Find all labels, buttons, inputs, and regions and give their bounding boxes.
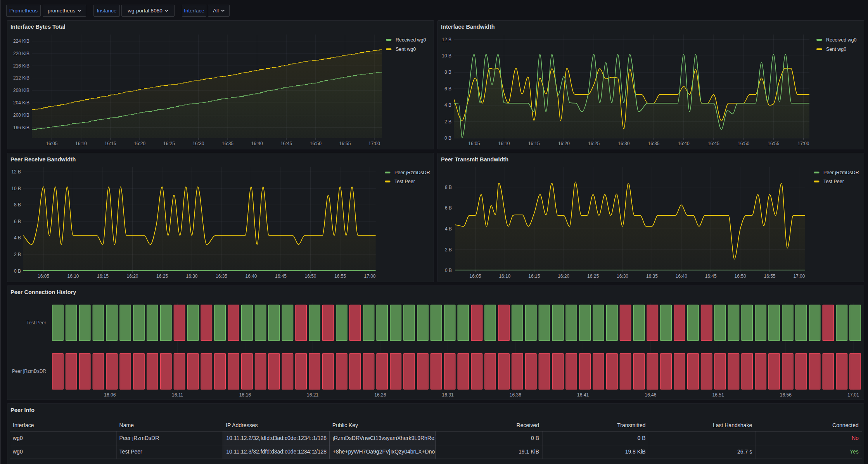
svg-text:12 B: 12 B [11, 169, 21, 175]
svg-text:224 KiB: 224 KiB [13, 38, 29, 44]
svg-text:8 B: 8 B [445, 185, 452, 190]
svg-text:16:25: 16:25 [587, 274, 599, 279]
svg-text:6 B: 6 B [14, 219, 21, 224]
svg-text:16:55: 16:55 [334, 274, 346, 279]
svg-text:16:35: 16:35 [222, 141, 233, 146]
svg-text:16:06: 16:06 [104, 392, 116, 398]
svg-text:16:15: 16:15 [97, 274, 109, 279]
svg-text:16:15: 16:15 [105, 141, 116, 146]
svg-text:16:30: 16:30 [617, 274, 628, 279]
svg-text:Test Peer: Test Peer [394, 179, 415, 184]
svg-text:16:55: 16:55 [339, 141, 351, 146]
svg-text:16:30: 16:30 [186, 274, 197, 279]
svg-text:16:50: 16:50 [304, 274, 316, 279]
svg-text:16:51: 16:51 [712, 392, 724, 398]
svg-text:16:36: 16:36 [510, 392, 521, 398]
svg-text:Test Peer: Test Peer [823, 179, 844, 184]
svg-text:212 KiB: 212 KiB [13, 75, 29, 81]
svg-text:17:00: 17:00 [368, 141, 380, 146]
svg-text:16:46: 16:46 [645, 392, 656, 398]
svg-text:16:05: 16:05 [468, 141, 480, 146]
svg-text:16:30: 16:30 [192, 141, 204, 146]
svg-text:16:45: 16:45 [708, 141, 719, 146]
svg-text:16:56: 16:56 [780, 392, 792, 398]
svg-text:17:01: 17:01 [847, 392, 859, 398]
svg-text:16:40: 16:40 [678, 141, 690, 146]
svg-text:Sent wg0: Sent wg0 [826, 47, 846, 52]
svg-text:196 KiB: 196 KiB [13, 125, 29, 130]
svg-text:6 B: 6 B [444, 86, 451, 92]
svg-text:16:40: 16:40 [245, 274, 257, 279]
svg-text:16:31: 16:31 [442, 392, 454, 398]
svg-text:8 B: 8 B [14, 202, 21, 208]
svg-text:16:35: 16:35 [646, 274, 658, 279]
svg-text:16:20: 16:20 [558, 274, 569, 279]
svg-text:2 B: 2 B [14, 252, 21, 257]
svg-text:208 KiB: 208 KiB [13, 88, 29, 93]
svg-text:17:00: 17:00 [793, 274, 805, 279]
svg-text:16:10: 16:10 [499, 274, 510, 279]
svg-text:16:50: 16:50 [310, 141, 322, 146]
svg-text:16:45: 16:45 [280, 141, 292, 146]
svg-text:16:45: 16:45 [275, 274, 287, 279]
svg-text:16:26: 16:26 [374, 392, 386, 398]
svg-text:16:25: 16:25 [163, 141, 175, 146]
svg-text:220 KiB: 220 KiB [13, 51, 29, 56]
svg-text:16:35: 16:35 [648, 141, 659, 146]
svg-text:6 B: 6 B [445, 205, 452, 211]
svg-text:16:10: 16:10 [498, 141, 510, 146]
svg-text:16:55: 16:55 [764, 274, 775, 279]
svg-text:Sent wg0: Sent wg0 [396, 47, 416, 52]
svg-text:16:40: 16:40 [251, 141, 263, 146]
svg-text:8 B: 8 B [444, 69, 451, 75]
svg-text:16:41: 16:41 [577, 392, 589, 398]
svg-text:16:55: 16:55 [768, 141, 779, 146]
svg-text:Peer jRzmDsDR: Peer jRzmDsDR [12, 369, 46, 374]
svg-text:16:11: 16:11 [172, 392, 183, 398]
svg-text:4 B: 4 B [445, 226, 452, 232]
svg-text:16:40: 16:40 [676, 274, 687, 279]
svg-text:Peer jRzmDsDR: Peer jRzmDsDR [394, 170, 430, 175]
svg-text:16:20: 16:20 [558, 141, 570, 146]
svg-text:2 B: 2 B [445, 247, 452, 253]
svg-text:16:30: 16:30 [618, 141, 629, 146]
svg-text:17:00: 17:00 [364, 274, 375, 279]
svg-text:16:05: 16:05 [46, 141, 57, 146]
svg-text:0 B: 0 B [14, 268, 21, 274]
svg-text:16:20: 16:20 [126, 274, 138, 279]
svg-text:10 B: 10 B [11, 186, 21, 191]
svg-text:204 KiB: 204 KiB [13, 100, 29, 106]
svg-text:10 B: 10 B [442, 53, 451, 59]
svg-text:216 KiB: 216 KiB [13, 63, 29, 69]
svg-text:4 B: 4 B [14, 235, 21, 241]
svg-text:16:15: 16:15 [528, 141, 540, 146]
svg-text:16:20: 16:20 [134, 141, 145, 146]
svg-text:16:45: 16:45 [705, 274, 717, 279]
svg-text:16:25: 16:25 [588, 141, 600, 146]
svg-text:Received wg0: Received wg0 [396, 37, 426, 43]
svg-text:16:15: 16:15 [528, 274, 540, 279]
svg-text:Peer jRzmDsDR: Peer jRzmDsDR [823, 170, 859, 175]
svg-text:16:50: 16:50 [738, 141, 749, 146]
svg-text:16:21: 16:21 [307, 392, 318, 398]
svg-text:0 B: 0 B [444, 135, 451, 141]
svg-text:16:05: 16:05 [469, 274, 481, 279]
svg-text:0 B: 0 B [445, 268, 452, 273]
svg-text:17:00: 17:00 [797, 141, 809, 146]
svg-text:12 B: 12 B [442, 37, 451, 42]
svg-text:16:25: 16:25 [156, 274, 168, 279]
svg-text:16:10: 16:10 [67, 274, 79, 279]
svg-text:16:10: 16:10 [75, 141, 87, 146]
svg-text:16:05: 16:05 [38, 274, 49, 279]
svg-text:16:35: 16:35 [216, 274, 227, 279]
svg-text:16:16: 16:16 [239, 392, 251, 398]
svg-text:4 B: 4 B [444, 102, 451, 108]
svg-text:Received wg0: Received wg0 [826, 37, 857, 43]
svg-text:2 B: 2 B [444, 119, 451, 125]
svg-text:Test Peer: Test Peer [26, 320, 46, 325]
svg-text:200 KiB: 200 KiB [13, 113, 29, 118]
svg-text:16:50: 16:50 [735, 274, 746, 279]
